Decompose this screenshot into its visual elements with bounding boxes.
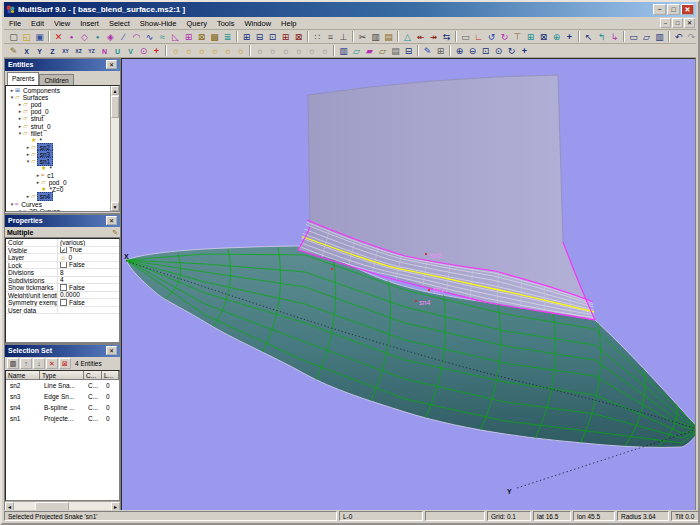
symmetry-checkbox[interactable] — [60, 299, 67, 306]
visible-checkbox[interactable]: ✓ — [60, 247, 67, 254]
nudge-right[interactable]: ↠ — [427, 31, 440, 43]
property-row-divisions[interactable]: Divisions8 — [6, 269, 119, 277]
hide-parents[interactable]: ☼ — [279, 45, 292, 57]
hide-layer[interactable]: ☼ — [305, 45, 318, 57]
display-shaded[interactable]: ▰ — [363, 45, 376, 57]
view-wireframe[interactable]: ⊞ — [240, 31, 253, 43]
property-row-show-tickmarks[interactable]: Show tickmarksFalse — [6, 284, 119, 292]
snap-grid[interactable]: ⊞ — [434, 45, 447, 57]
zoom-fit[interactable]: ⊙ — [492, 45, 505, 57]
cut[interactable]: ✂ — [356, 31, 369, 43]
tree-item-strut[interactable]: ▸▱strut — [6, 115, 110, 122]
menu-item[interactable]: Select — [104, 17, 135, 30]
copy-image[interactable]: ▥ — [337, 45, 350, 57]
column-options-icon[interactable]: ▥ — [7, 358, 19, 369]
show-layer[interactable]: ☼ — [221, 45, 234, 57]
menu-item[interactable]: Edit — [26, 17, 49, 30]
snap-intersection[interactable]: + — [150, 45, 163, 57]
tile-windows[interactable]: ▥ — [653, 31, 666, 43]
display-hidden-line[interactable]: ▱ — [376, 45, 389, 57]
hydrostatics[interactable]: ⊕ — [550, 31, 563, 43]
tree-item-star2[interactable]: ★* — [6, 165, 110, 172]
lock-checkbox[interactable] — [60, 262, 67, 269]
measure-angle[interactable]: ∟ — [472, 31, 485, 43]
menu-item[interactable]: View — [49, 17, 75, 30]
drag-xy[interactable]: XY — [59, 45, 72, 57]
close-button[interactable]: ✕ — [681, 4, 694, 15]
insert-relative-point[interactable]: ◇ — [78, 31, 91, 43]
delete-entity[interactable]: ✕ — [52, 31, 65, 43]
cascade-windows[interactable]: ▱ — [640, 31, 653, 43]
display-background[interactable]: ▤ — [389, 45, 402, 57]
tree-item-strut_0[interactable]: ▸▱strut_0 — [6, 122, 110, 129]
insert-ruled-surface[interactable]: ◺ — [169, 31, 182, 43]
show-selected[interactable]: ☼ — [182, 45, 195, 57]
menu-item[interactable]: Query — [181, 17, 211, 30]
selection-row-sn2[interactable]: sn2Line Sna...C...0 — [6, 380, 119, 391]
open-file[interactable]: ◱ — [20, 31, 33, 43]
tree-item-sn3[interactable]: ▸▱sn3 — [6, 151, 110, 158]
tree-item-sn4[interactable]: ▸▱sn4 — [6, 193, 110, 200]
selection-row-sn4[interactable]: sn4B-spline ...C...0 — [6, 402, 119, 413]
zoom-in[interactable]: ⊕ — [453, 45, 466, 57]
tree-item-pod[interactable]: ▸▱pod — [6, 101, 110, 108]
minimize-button[interactable]: − — [653, 4, 666, 15]
measure-normal[interactable]: ⊤ — [511, 31, 524, 43]
drag-xz[interactable]: XZ — [72, 45, 85, 57]
viewport-3d[interactable]: sn2 sn1 sn4 X Y — [121, 58, 696, 511]
entities-close-icon[interactable]: ✕ — [106, 60, 117, 69]
sketch-curve[interactable]: ✎ — [421, 45, 434, 57]
tree-scrollbar[interactable]: ▲ ▼ — [110, 86, 119, 211]
drag-y[interactable]: Y — [33, 45, 46, 57]
select-parents[interactable]: ↰ — [595, 31, 608, 43]
show-tickmarks[interactable]: ⊥ — [337, 31, 350, 43]
select-arrow[interactable]: ↖ — [582, 31, 595, 43]
undo[interactable]: ↶ — [672, 31, 685, 43]
show-last[interactable]: ☼ — [234, 45, 247, 57]
copy[interactable]: ▥ — [369, 31, 382, 43]
viewport-canvas[interactable]: sn2 sn1 sn4 X Y — [122, 59, 696, 511]
new-file[interactable]: ▢ — [7, 31, 20, 43]
scroll-thumb[interactable] — [111, 96, 119, 118]
menu-item[interactable]: Window — [239, 17, 276, 30]
property-row-visible[interactable]: Visible✓True — [6, 247, 119, 255]
mdi-minimize-button[interactable]: − — [660, 18, 671, 28]
hide-unselected[interactable]: ☼ — [318, 45, 331, 57]
restore-button[interactable]: □ — [667, 4, 680, 15]
tree-item-c1[interactable]: ▸≈c1 — [6, 172, 110, 179]
zoom-out[interactable]: ⊖ — [466, 45, 479, 57]
menu-item[interactable]: Help — [276, 17, 301, 30]
measure-curvature[interactable]: ↺ — [485, 31, 498, 43]
tickmarks-checkbox[interactable] — [60, 284, 67, 291]
tab-children[interactable]: Children — [39, 74, 73, 85]
tree-item-z0-plane[interactable]: ★*Z=0 — [6, 186, 110, 193]
menu-item[interactable]: Insert — [75, 17, 104, 30]
column-header-color[interactable]: C... — [84, 371, 102, 380]
drag-v[interactable]: V — [124, 45, 137, 57]
tree-item-sn1[interactable]: ▾▱sn1 — [6, 158, 110, 165]
insert-contours[interactable]: ≣ — [221, 31, 234, 43]
show-children[interactable]: ☼ — [208, 45, 221, 57]
nudge-left[interactable]: ↞ — [414, 31, 427, 43]
center-of-gravity[interactable]: + — [563, 31, 576, 43]
property-row-color[interactable]: Color(various) — [6, 239, 119, 247]
insert-snake[interactable]: ≈ — [156, 31, 169, 43]
column-header-name[interactable]: Name — [6, 371, 40, 380]
tree-item-sn2[interactable]: ▸▱sn2 — [6, 144, 110, 151]
properties-close-icon[interactable]: ✕ — [106, 216, 117, 225]
remove-selected-icon[interactable]: ✕ — [46, 358, 58, 369]
tree-item-pod_0[interactable]: ▸▱pod_0 — [6, 108, 110, 115]
pan-view[interactable]: + — [518, 45, 531, 57]
tree-item-pod_0-child[interactable]: ▸▱pod_0 — [6, 179, 110, 186]
selection-close-icon[interactable]: ✕ — [106, 346, 117, 355]
zoom-window[interactable]: ⊡ — [479, 45, 492, 57]
mdi-restore-button[interactable]: □ — [672, 18, 683, 28]
view-render[interactable]: ⊠ — [292, 31, 305, 43]
measure-volume[interactable]: ⊠ — [537, 31, 550, 43]
tree-item-surfaces[interactable]: ▾▱Surfaces — [6, 94, 110, 101]
insert-line[interactable]: ∕ — [117, 31, 130, 43]
column-header-type[interactable]: Type — [40, 371, 84, 380]
hide-selected[interactable]: ☼ — [266, 45, 279, 57]
view-perspective[interactable]: ⊡ — [266, 31, 279, 43]
move-up-icon[interactable]: ↑ — [20, 358, 32, 369]
